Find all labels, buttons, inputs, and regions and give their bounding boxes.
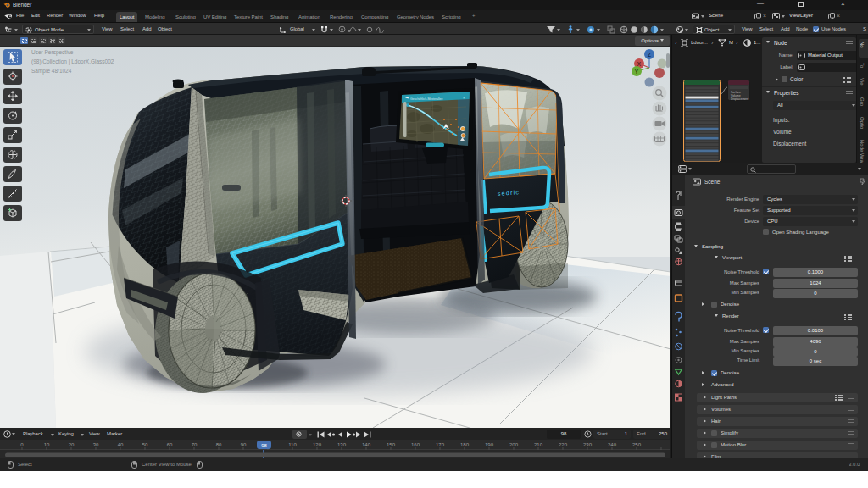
svg-text:30: 30	[93, 442, 99, 447]
svg-text:160: 160	[411, 442, 420, 447]
svg-text:180: 180	[460, 442, 470, 447]
svg-text:230: 230	[583, 442, 593, 447]
svg-text:10: 10	[44, 442, 50, 447]
svg-text:60: 60	[167, 442, 173, 447]
svg-text:220: 220	[559, 442, 568, 447]
svg-text:0: 0	[20, 442, 24, 447]
svg-text:50: 50	[142, 442, 148, 447]
svg-text:130: 130	[337, 442, 347, 447]
svg-text:Geschäftlich-Musterallee: Geschäftlich-Musterallee	[410, 97, 443, 101]
svg-text:240: 240	[608, 442, 617, 447]
svg-text:Displacement: Displacement	[731, 97, 748, 101]
svg-text:250: 250	[632, 442, 642, 447]
svg-text:98: 98	[261, 443, 267, 448]
svg-text:90: 90	[241, 442, 247, 447]
svg-text:80: 80	[216, 442, 222, 447]
svg-text:40: 40	[118, 442, 124, 447]
svg-text:200: 200	[509, 442, 519, 447]
svg-text:X: X	[637, 61, 642, 67]
svg-text:70: 70	[192, 442, 198, 447]
svg-text:150: 150	[387, 442, 396, 447]
svg-text:140: 140	[362, 442, 371, 447]
svg-text:110: 110	[288, 442, 297, 447]
svg-text:Y: Y	[635, 69, 639, 75]
svg-text:210: 210	[534, 442, 543, 447]
svg-text:20: 20	[69, 442, 75, 447]
svg-text:120: 120	[313, 442, 322, 447]
svg-text:Z: Z	[648, 52, 651, 58]
svg-text:170: 170	[436, 442, 445, 447]
svg-text:190: 190	[485, 442, 494, 447]
